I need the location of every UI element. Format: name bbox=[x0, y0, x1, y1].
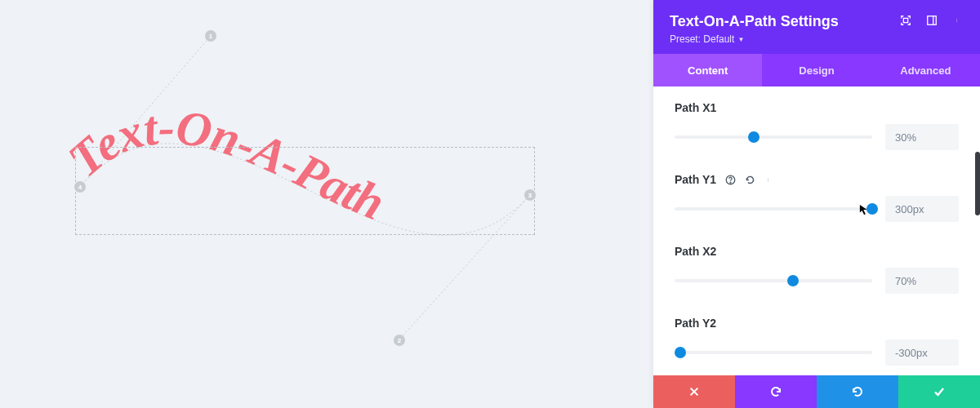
tab-advanced[interactable]: Advanced bbox=[871, 54, 980, 86]
svg-point-11 bbox=[768, 180, 768, 180]
scrollbar-thumb[interactable] bbox=[975, 152, 980, 215]
undo-button[interactable] bbox=[735, 375, 817, 408]
slider-path-x1[interactable] bbox=[675, 135, 872, 139]
label-path-x1: Path X1 bbox=[675, 101, 716, 114]
field-path-y1: Path Y1 300px bbox=[675, 173, 959, 222]
snap-icon[interactable] bbox=[926, 15, 938, 26]
slider-path-y2[interactable] bbox=[675, 351, 872, 354]
tabs: Content Design Advanced bbox=[653, 54, 980, 86]
slider-path-y1[interactable] bbox=[675, 207, 872, 211]
tab-content[interactable]: Content bbox=[653, 54, 762, 86]
kebab-icon[interactable] bbox=[952, 15, 964, 26]
field-path-x2: Path X2 70% bbox=[675, 245, 959, 294]
editor-canvas[interactable]: Text-On-A-Path 1 2 3 4 bbox=[0, 0, 653, 408]
reset-icon[interactable] bbox=[744, 174, 755, 185]
field-path-x1: Path X1 30% bbox=[675, 101, 959, 150]
save-button[interactable] bbox=[898, 375, 980, 408]
svg-point-12 bbox=[768, 180, 768, 181]
settings-panel: Text-On-A-Path Settings Preset: Default▼… bbox=[653, 0, 980, 408]
label-path-y2: Path Y2 bbox=[675, 317, 716, 330]
panel-header: Text-On-A-Path Settings Preset: Default▼ bbox=[653, 0, 980, 54]
selection-box[interactable] bbox=[75, 147, 535, 235]
field-path-y2: Path Y2 -300px bbox=[675, 317, 959, 366]
svg-point-7 bbox=[956, 21, 957, 22]
handle-1[interactable]: 1 bbox=[205, 30, 216, 42]
preset-dropdown[interactable]: Preset: Default▼ bbox=[670, 33, 744, 45]
help-icon[interactable] bbox=[724, 174, 736, 185]
svg-point-6 bbox=[956, 20, 957, 21]
expand-icon[interactable] bbox=[900, 15, 911, 26]
handle-2[interactable]: 2 bbox=[394, 335, 405, 346]
panel-footer bbox=[653, 375, 980, 408]
slider-path-x2[interactable] bbox=[675, 279, 872, 282]
label-path-x2: Path X2 bbox=[675, 245, 716, 258]
tab-design[interactable]: Design bbox=[762, 54, 871, 86]
input-path-x1[interactable]: 30% bbox=[885, 124, 959, 150]
field-kebab-icon[interactable] bbox=[764, 174, 775, 185]
input-path-y2[interactable]: -300px bbox=[885, 339, 959, 366]
input-path-x2[interactable]: 70% bbox=[885, 268, 959, 294]
redo-button[interactable] bbox=[817, 375, 898, 408]
handle-4[interactable]: 4 bbox=[74, 181, 86, 193]
cancel-button[interactable] bbox=[653, 375, 735, 408]
svg-point-9 bbox=[730, 182, 731, 183]
input-path-y1[interactable]: 300px bbox=[885, 196, 959, 222]
handle-3[interactable]: 3 bbox=[524, 189, 536, 201]
panel-body[interactable]: Path X1 30% Path Y1 300px bbox=[653, 86, 980, 375]
svg-rect-2 bbox=[903, 18, 907, 22]
label-path-y1: Path Y1 bbox=[675, 173, 716, 186]
svg-point-5 bbox=[956, 19, 957, 20]
svg-rect-3 bbox=[928, 16, 937, 25]
panel-title: Text-On-A-Path Settings bbox=[670, 13, 900, 30]
svg-point-10 bbox=[768, 178, 768, 179]
